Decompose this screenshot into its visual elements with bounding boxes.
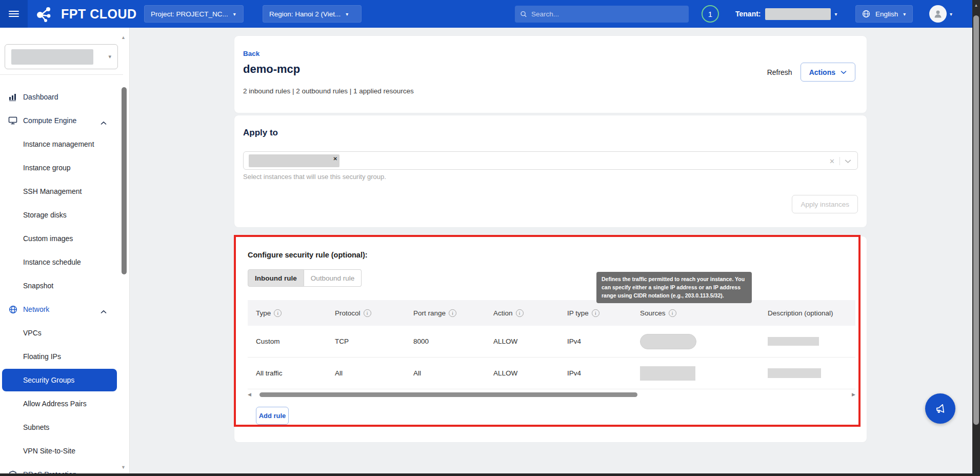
add-rule-button[interactable]: Add rule: [256, 407, 289, 425]
announcements-fab-button[interactable]: [925, 393, 955, 424]
chevron-up-icon: [101, 307, 107, 316]
info-icon[interactable]: i: [669, 309, 676, 317]
column-header-ip-type: IP type: [567, 309, 589, 317]
info-icon[interactable]: i: [449, 309, 456, 317]
redacted-instance-tag: ✕: [249, 154, 339, 167]
region-selector[interactable]: Region: Hanoi 2 (Viet... ▾: [263, 5, 362, 23]
sidebar-item-floating-ips[interactable]: Floating IPs: [0, 345, 123, 368]
redacted-description-value: [768, 368, 821, 378]
project-selector-label: Project: PROJECT_NC...: [151, 10, 228, 18]
sources-tooltip: Defines the traffic permitted to reach y…: [596, 272, 752, 303]
global-search[interactable]: [515, 6, 689, 23]
rules-summary: 2 inbound rules | 2 outbound rules | 1 a…: [243, 87, 414, 95]
scrollbar-track[interactable]: [255, 392, 848, 397]
sidebar-item-network[interactable]: Network: [0, 298, 123, 321]
user-icon: [933, 9, 943, 19]
sidebar-project-dropdown[interactable]: ▾: [5, 44, 118, 69]
cell-protocol: All: [327, 369, 405, 377]
scroll-up-icon[interactable]: ▲: [972, 3, 980, 8]
search-icon: [520, 10, 527, 18]
divider: [839, 157, 840, 165]
globe-icon: [862, 10, 870, 18]
fpt-cloud-logo-icon: [34, 5, 56, 23]
sidebar-item-subnets[interactable]: Subnets: [0, 415, 123, 439]
sidebar-item-instance-management[interactable]: Instance management: [0, 132, 123, 156]
table-row: All traffic All All ALLOW IPv4: [248, 358, 855, 389]
divider: [0, 74, 123, 75]
rules-table-header: Typei Protocoli Port rangei Actioni IP t…: [248, 300, 855, 326]
info-icon[interactable]: i: [516, 309, 524, 317]
tenant-selector[interactable]: Tenant: ▾: [735, 0, 837, 28]
column-header-action: Action: [493, 309, 513, 317]
menu-toggle-button[interactable]: [0, 0, 28, 28]
back-link[interactable]: Back: [243, 50, 259, 57]
sidebar-item-vpcs[interactable]: VPCs: [0, 321, 123, 345]
redacted-source-value: [640, 334, 696, 349]
hamburger-icon: [9, 9, 19, 18]
sidebar-item-custom-images[interactable]: Custom images: [0, 227, 123, 250]
clear-selection-icon[interactable]: ✕: [829, 157, 835, 165]
sidebar-item-ssh-management[interactable]: SSH Management: [0, 180, 123, 203]
chevron-down-icon: [841, 70, 847, 74]
column-header-type: Type: [256, 309, 271, 317]
info-icon[interactable]: i: [274, 309, 282, 317]
search-input[interactable]: [531, 10, 684, 18]
cell-ip-type: IPv4: [559, 369, 632, 377]
rule-direction-tabs: Inbound rule Outbound rule: [248, 269, 362, 287]
security-group-header-card: Back demo-mcp 2 inbound rules | 2 outbou…: [234, 36, 867, 113]
sidebar-item-snapshot[interactable]: Snapshot: [0, 274, 123, 298]
scroll-left-icon[interactable]: ◀: [248, 392, 255, 397]
tab-inbound-rule[interactable]: Inbound rule: [248, 269, 304, 287]
sidebar-item-vpn-site-to-site[interactable]: VPN Site-to-Site: [0, 439, 123, 463]
main-content: Back demo-mcp 2 inbound rules | 2 outbou…: [130, 28, 972, 476]
cell-action: ALLOW: [485, 338, 559, 345]
notification-count: 1: [708, 10, 712, 18]
language-selector[interactable]: English ▾: [855, 5, 913, 23]
actions-button[interactable]: Actions: [801, 63, 855, 82]
chevron-down-icon: ▾: [108, 53, 111, 60]
sidebar-scroll-up-icon[interactable]: ▲: [121, 35, 126, 40]
rules-table: Typei Protocoli Port rangei Actioni IP t…: [248, 300, 855, 389]
chevron-down-icon: ▾: [835, 11, 837, 17]
redacted-project-name: [11, 49, 93, 65]
sidebar-item-dashboard[interactable]: Dashboard: [0, 85, 123, 109]
sidebar-item-instance-group[interactable]: Instance group: [0, 156, 123, 180]
tab-outbound-rule[interactable]: Outbound rule: [304, 269, 362, 287]
apply-instances-button[interactable]: Apply instances: [792, 195, 858, 213]
sidebar-item-compute-engine[interactable]: Compute Engine: [0, 109, 123, 132]
chevron-down-icon[interactable]: [845, 159, 851, 164]
monitor-icon: [8, 116, 18, 125]
chevron-down-icon: ▾: [950, 11, 952, 17]
sidebar-item-storage-disks[interactable]: Storage disks: [0, 203, 123, 227]
cell-port-range: 8000: [405, 338, 485, 345]
cell-port-range: All: [405, 369, 485, 377]
window-bottom-edge: [0, 473, 980, 476]
project-selector[interactable]: Project: PROJECT_NC... ▾: [144, 5, 244, 23]
brand-logo[interactable]: FPT CLOUD: [34, 0, 137, 28]
chevron-up-icon: [101, 118, 107, 127]
info-icon[interactable]: i: [592, 309, 599, 317]
sidebar-item-allow-address-pairs[interactable]: Allow Address Pairs: [0, 392, 123, 415]
scroll-right-icon[interactable]: ▶: [848, 392, 855, 397]
refresh-button[interactable]: Refresh: [767, 68, 792, 76]
cell-type: Custom: [248, 338, 327, 345]
page-scrollbar-thumb[interactable]: [973, 15, 979, 425]
table-horizontal-scrollbar: ◀ ▶: [248, 391, 855, 398]
instances-multiselect[interactable]: ✕ ✕: [243, 151, 858, 170]
page-scrollbar: ▲: [972, 0, 980, 476]
scrollbar-thumb[interactable]: [259, 392, 637, 397]
notification-badge[interactable]: 1: [702, 5, 719, 23]
sidebar-item-instance-schedule[interactable]: Instance schedule: [0, 250, 123, 274]
sidebar-item-security-groups[interactable]: Security Groups: [2, 369, 117, 391]
redacted-source-value: [640, 366, 695, 381]
select-helper-text: Select instances that will use this secu…: [243, 173, 386, 181]
user-menu[interactable]: ▾: [929, 0, 952, 28]
cell-type: All traffic: [248, 369, 327, 377]
sidebar-navigation: ▾ Dashboard Compute Engine Instance mana…: [0, 28, 130, 476]
sidebar-scrollbar-thumb[interactable]: [122, 87, 127, 274]
column-header-protocol: Protocol: [335, 309, 361, 317]
info-icon[interactable]: i: [364, 309, 371, 317]
sidebar-scroll-down-icon[interactable]: ▼: [121, 465, 126, 470]
remove-tag-icon[interactable]: ✕: [333, 156, 337, 162]
chevron-down-icon: ▾: [233, 11, 236, 17]
